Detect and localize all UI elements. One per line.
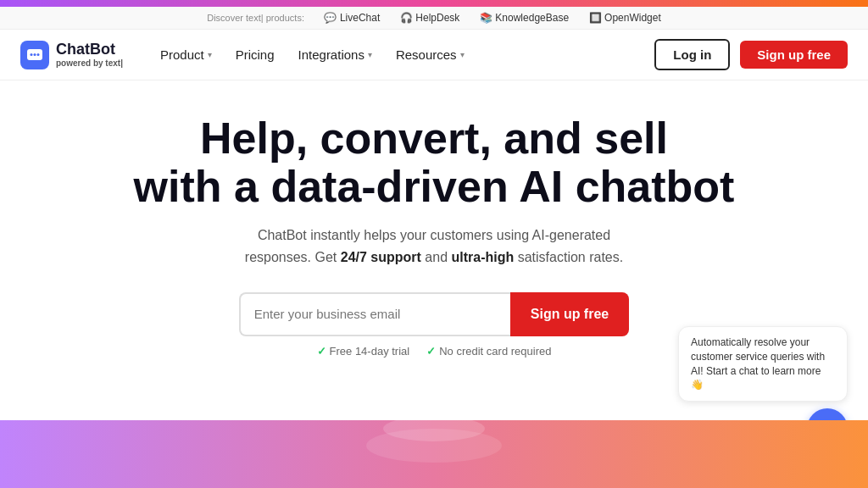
cta-row: Sign up free [239,292,629,336]
nav-item-product[interactable]: Product ▾ [150,41,222,69]
discover-label: Discover text| products: [207,13,304,23]
livechat-icon: 💬 [325,12,337,24]
signup-cta-button[interactable]: Sign up free [510,292,629,336]
logo-area[interactable]: ChatBot powered by text| [20,41,123,69]
product-livechat[interactable]: 💬 LiveChat [325,12,380,24]
hero-title: Help, convert, and sell with a data-driv… [134,114,735,211]
hero-section: Help, convert, and sell with a data-driv… [0,80,868,358]
openwidget-label: OpenWidget [604,12,661,24]
resources-dropdown-icon: ▾ [460,50,465,59]
nav-item-resources[interactable]: Resources ▾ [386,41,475,69]
navbar: ChatBot powered by text| Product ▾ Prici… [0,30,868,80]
nav-item-integrations[interactable]: Integrations ▾ [288,41,382,69]
nav-item-pricing[interactable]: Pricing [225,41,285,69]
product-helpdesk[interactable]: 🎧 HelpDesk [400,12,459,24]
svg-point-2 [34,53,36,56]
svg-point-3 [37,53,40,56]
livechat-label: LiveChat [340,12,380,24]
login-button[interactable]: Log in [654,39,730,70]
nav-links: Product ▾ Pricing Integrations ▾ Resourc… [150,41,648,69]
gradient-top-bar [0,0,868,7]
nav-actions: Log in Sign up free [654,39,848,70]
signup-nav-button[interactable]: Sign up free [740,41,848,69]
knowledgebase-icon: 📚 [480,12,492,24]
svg-point-1 [31,53,33,56]
bottom-wave-svg [349,420,519,471]
helpdesk-icon: 🎧 [400,12,412,24]
product-dropdown-icon: ▾ [208,50,212,59]
logo-name: ChatBot [56,42,123,58]
helpdesk-label: HelpDesk [415,12,459,24]
check-icon-card: ✓ [426,345,436,358]
email-input[interactable] [239,292,510,336]
svg-point-5 [366,429,502,463]
logo-text-block: ChatBot powered by text| [56,42,123,68]
bottom-gradient [0,420,868,488]
logo-icon [20,41,49,69]
check-icon-trial: ✓ [317,345,326,358]
perk-trial: ✓ Free 14-day trial [317,345,410,358]
openwidget-icon: 🔲 [589,12,601,24]
product-openwidget[interactable]: 🔲 OpenWidget [589,12,661,24]
integrations-dropdown-icon: ▾ [368,50,372,59]
chat-bubble: Automatically resolve your customer serv… [678,326,848,402]
cta-perks: ✓ Free 14-day trial ✓ No credit card req… [317,345,552,358]
product-knowledgebase[interactable]: 📚 KnowledgeBase [480,12,569,24]
perk-no-card: ✓ No credit card required [426,345,551,358]
logo-sub: powered by text| [56,58,123,68]
knowledgebase-label: KnowledgeBase [495,12,569,24]
products-strip: Discover text| products: 💬 LiveChat 🎧 He… [0,7,868,30]
hero-subtitle: ChatBot instantly helps your customers u… [231,225,637,268]
